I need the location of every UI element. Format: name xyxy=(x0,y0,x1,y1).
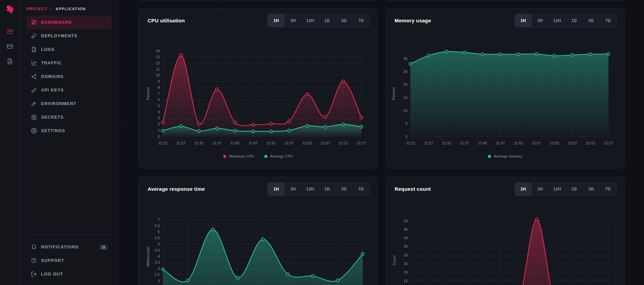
svg-text:12:12: 12:12 xyxy=(339,141,348,145)
sidebar-item-label: SUPPORT xyxy=(41,258,64,263)
breadcrumb-separator: › xyxy=(51,7,52,11)
artifact-dot xyxy=(121,127,122,128)
sidebar-item-domains[interactable]: DOMAINS xyxy=(26,70,112,83)
svg-text:11:32: 11:32 xyxy=(442,141,451,145)
rail-item[interactable] xyxy=(4,41,16,53)
svg-text:5: 5 xyxy=(158,242,160,246)
svg-text:0: 0 xyxy=(158,135,160,139)
sidebar-item-log-out[interactable]: LOG OUT xyxy=(26,267,112,281)
svg-text:11:32: 11:32 xyxy=(194,141,204,145)
traffic-icon xyxy=(31,60,37,66)
legend-label: Maximum CPU xyxy=(229,154,254,158)
legend-label: Average CPU xyxy=(270,154,293,158)
chart: 22.533.544.555.566.57Milliseconds xyxy=(139,177,378,285)
breadcrumb-application-link[interactable]: APPLICATION xyxy=(56,7,86,11)
svg-text:4: 4 xyxy=(158,110,160,114)
svg-text:11:22: 11:22 xyxy=(158,141,168,145)
svg-text:11:37: 11:37 xyxy=(460,141,469,145)
chart: 0123456789101112131411:2211:2711:3211:37… xyxy=(139,9,378,169)
svg-text:3.5: 3.5 xyxy=(155,260,160,264)
svg-text:45: 45 xyxy=(404,227,408,231)
sidebar-item-traffic[interactable]: TRAFFIC xyxy=(26,56,112,70)
chart-card-cpu: CPU utilisation 1H3H12H1D3D7D 0123456789… xyxy=(138,8,378,168)
sidebar-item-support[interactable]: SUPPORT xyxy=(26,254,112,267)
svg-text:12:07: 12:07 xyxy=(321,141,330,145)
svg-text:5: 5 xyxy=(158,104,160,108)
chart-legend: Average memory xyxy=(386,154,624,158)
sidebar-item-logs[interactable]: LOGS xyxy=(26,43,112,56)
domains-icon xyxy=(31,74,37,80)
rail-item[interactable] xyxy=(4,56,16,68)
svg-text:9: 9 xyxy=(158,79,160,83)
svg-text:6: 6 xyxy=(158,98,160,102)
folder-open-icon xyxy=(6,28,13,36)
svg-text:11:37: 11:37 xyxy=(212,141,222,145)
breadcrumb-project-link[interactable]: PROJECT xyxy=(26,7,48,11)
svg-text:30: 30 xyxy=(404,253,408,257)
svg-text:11:52: 11:52 xyxy=(267,141,276,145)
svg-text:11:57: 11:57 xyxy=(532,141,541,145)
svg-text:5: 5 xyxy=(405,121,408,125)
legend-item: Average memory xyxy=(488,154,522,158)
sidebar-nav: DASHBOARDDEPLOYMENTSLOGSTRAFFICDOMAINSAP… xyxy=(20,16,118,138)
svg-text:14: 14 xyxy=(156,49,160,53)
svg-text:20: 20 xyxy=(404,270,408,274)
svg-text:7: 7 xyxy=(158,218,160,222)
svg-text:4.5: 4.5 xyxy=(155,248,160,252)
sidebar-item-dashboard[interactable]: DASHBOARD xyxy=(26,16,112,29)
legend-dot xyxy=(488,155,491,158)
sidebar-item-api-keys[interactable]: API KEYS xyxy=(26,83,112,97)
breadcrumb: PROJECT › APPLICATION xyxy=(20,7,118,16)
sidebar-item-environment[interactable]: ENVIRONMENT xyxy=(26,97,112,110)
svg-text:Percent: Percent xyxy=(146,87,150,100)
svg-text:6: 6 xyxy=(158,230,160,234)
help-circle-icon xyxy=(31,258,37,264)
svg-text:35: 35 xyxy=(404,244,408,248)
chart-card-requests: Request count 1H3H12H1D3D7D 152025303540… xyxy=(385,177,625,285)
sidebar: PROJECT › APPLICATION DASHBOARDDEPLOYMEN… xyxy=(20,0,118,285)
cutoff-card-fragment xyxy=(385,0,625,1)
sidebar-item-label: API KEYS xyxy=(41,88,64,93)
svg-text:12:12: 12:12 xyxy=(586,141,595,145)
dashboard-main: CPU utilisation 1H3H12H1D3D7D 0123456789… xyxy=(118,0,644,285)
sidebar-item-deployments[interactable]: DEPLOYMENTS xyxy=(26,29,112,43)
svg-text:11:47: 11:47 xyxy=(496,141,505,145)
svg-text:3: 3 xyxy=(158,116,160,120)
sidebar-item-label: SETTINGS xyxy=(41,128,65,133)
svg-text:3: 3 xyxy=(158,266,160,270)
svg-text:7: 7 xyxy=(158,91,160,96)
sidebar-item-label: NOTIFICATIONS xyxy=(41,245,79,249)
sidebar-footer-nav: NOTIFICATIONS11SUPPORTLOG OUT xyxy=(20,240,118,281)
icon-rail xyxy=(0,0,20,285)
cutoff-card-fragment xyxy=(138,0,378,1)
svg-text:11:42: 11:42 xyxy=(230,141,240,145)
svg-text:25: 25 xyxy=(403,69,408,74)
artifact-dot xyxy=(221,7,222,8)
credit-card-icon xyxy=(6,43,13,51)
svg-text:12: 12 xyxy=(156,61,160,65)
chart-card-response: Average response time 1H3H12H1D3D7D 22.5… xyxy=(138,177,378,285)
sidebar-item-label: SECRETS xyxy=(41,115,64,120)
settings-icon xyxy=(31,128,37,134)
nestjs-logo[interactable] xyxy=(5,5,15,15)
logs-icon xyxy=(31,46,37,53)
svg-text:11:57: 11:57 xyxy=(285,141,294,145)
svg-text:12:17: 12:17 xyxy=(357,141,366,145)
svg-text:0: 0 xyxy=(405,135,408,139)
sidebar-item-settings[interactable]: SETTINGS xyxy=(26,124,112,138)
svg-text:10: 10 xyxy=(403,108,408,113)
svg-text:13: 13 xyxy=(156,55,160,59)
sidebar-item-label: DEPLOYMENTS xyxy=(41,34,77,38)
deployments-icon xyxy=(31,33,37,39)
api-keys-icon xyxy=(31,87,37,93)
sidebar-item-label: LOGS xyxy=(41,47,55,52)
svg-text:11:52: 11:52 xyxy=(514,141,523,145)
rail-item[interactable] xyxy=(4,26,16,38)
sidebar-item-notifications[interactable]: NOTIFICATIONS11 xyxy=(26,240,112,254)
file-code-icon xyxy=(6,58,13,66)
chart: 1520253035404550Count xyxy=(386,177,625,285)
svg-text:11:27: 11:27 xyxy=(176,141,186,145)
sidebar-item-secrets[interactable]: SECRETS xyxy=(26,110,112,124)
svg-text:40: 40 xyxy=(404,236,408,240)
svg-text:11:22: 11:22 xyxy=(406,141,415,145)
